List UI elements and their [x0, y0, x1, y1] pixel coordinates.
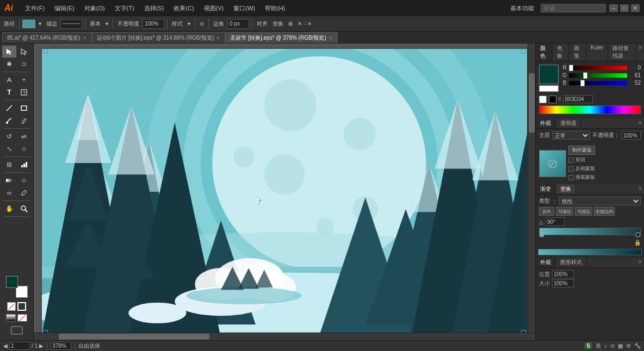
stroke-input[interactable]	[60, 19, 82, 29]
gradient-stop-left[interactable]	[540, 233, 544, 237]
rect-tool[interactable]	[17, 102, 31, 114]
canvas-area[interactable]	[34, 43, 535, 340]
clip-checkbox[interactable]	[568, 158, 574, 163]
type-tool[interactable]: T	[2, 86, 16, 98]
screen-mode-button[interactable]	[11, 326, 23, 336]
hand-tool[interactable]: ✋	[2, 203, 16, 215]
pen-tool[interactable]	[2, 74, 16, 86]
search-checkbox[interactable]	[568, 175, 574, 180]
color-spectrum-strip[interactable]	[539, 105, 641, 114]
tab-path[interactable]: 路径查找器	[608, 43, 636, 61]
invert-checkbox[interactable]	[568, 166, 574, 172]
tab-1-close[interactable]: ✕	[216, 35, 220, 41]
warp-tool[interactable]: ⊞	[2, 159, 16, 171]
magic-wand-tool[interactable]: ✱	[2, 58, 16, 70]
wrench-icon[interactable]: 🔧	[634, 343, 641, 349]
paintbrush-tool[interactable]	[2, 115, 16, 127]
settings-icon[interactable]: ⚙	[626, 343, 631, 349]
area-type-tool[interactable]: T	[17, 86, 31, 98]
artboard[interactable]	[42, 49, 527, 335]
tab-transparency[interactable]: 透明度	[556, 118, 581, 128]
b-slider-track[interactable]	[569, 81, 627, 85]
music-icon[interactable]: ♪	[604, 343, 607, 349]
r-slider-thumb[interactable]	[569, 65, 573, 71]
search-input[interactable]	[541, 4, 606, 12]
graph-tool[interactable]	[17, 159, 31, 171]
tab-swatches[interactable]: 色板	[553, 43, 569, 61]
menu-window[interactable]: 窗口(W)	[229, 3, 259, 14]
maximize-button[interactable]: □	[620, 4, 629, 12]
blend-tool[interactable]: ∞	[2, 187, 16, 199]
vertical-scrollbar[interactable]	[528, 43, 535, 340]
style-dropdown[interactable]: ▾	[186, 18, 192, 30]
stroke-color-swatch[interactable]	[22, 20, 35, 28]
close-button[interactable]: ✕	[631, 4, 640, 12]
zoom-input[interactable]	[51, 342, 71, 350]
rotate-tool[interactable]: ↺	[2, 130, 16, 142]
stroke-dropdown[interactable]: ▾	[37, 18, 43, 30]
tab-color[interactable]: 颜色	[536, 43, 553, 61]
menu-file[interactable]: 文件(F)	[21, 3, 49, 14]
tab-0[interactable]: 85.ai* @ 427.64% (RGB/预览) ✕	[2, 32, 92, 43]
menu-help[interactable]: 帮助(H)	[261, 3, 289, 14]
artboard-number[interactable]	[9, 342, 30, 350]
menu-select[interactable]: 选择(S)	[140, 3, 169, 14]
panel-menu-icon[interactable]: ≡	[636, 43, 644, 61]
make-mask-button[interactable]: 制作蒙版	[568, 146, 595, 155]
menu-object[interactable]: 对象(O)	[80, 3, 109, 14]
gradient-stop-right[interactable]	[636, 233, 640, 237]
next-artboard[interactable]: ▶	[39, 343, 44, 349]
gradient-tool[interactable]	[2, 174, 16, 186]
g-slider-thumb[interactable]	[583, 72, 587, 79]
selection-tool[interactable]	[2, 46, 16, 58]
black-swatch[interactable]	[549, 96, 556, 103]
horizontal-scroll-thumb[interactable]	[59, 334, 209, 340]
tab-2-close[interactable]: ✕	[329, 35, 333, 41]
tab-appearance[interactable]: 外观	[536, 118, 556, 128]
foreground-color-box[interactable]	[6, 276, 18, 288]
menu-view[interactable]: 视图(V)	[200, 3, 228, 14]
none-stroke-box[interactable]	[7, 302, 16, 311]
eyedropper-tool[interactable]	[17, 187, 31, 199]
tab-kuler[interactable]: Kuler	[586, 43, 608, 61]
tab-outer-appearance[interactable]: 外观	[536, 258, 556, 267]
gradient-swatch-tool[interactable]	[6, 314, 16, 322]
size-input[interactable]	[552, 279, 574, 287]
gradient-reverse-btn[interactable]: 反向	[539, 207, 554, 216]
extra-icons[interactable]: ✕ ∷ ≡	[296, 18, 313, 30]
gradient-stroke-btn3[interactable]: 在描边内	[594, 207, 615, 216]
color-swatch-main[interactable]	[539, 65, 559, 84]
position-input[interactable]	[552, 270, 574, 278]
b-slider-thumb[interactable]	[580, 80, 585, 86]
add-anchor-tool[interactable]: +	[17, 74, 31, 86]
circle-icon[interactable]: ⊙	[610, 343, 615, 349]
hex-input[interactable]	[563, 95, 593, 103]
gradient-stroke-btn1[interactable]: 与描边	[556, 207, 573, 216]
shear-tool[interactable]: ⊹	[17, 143, 31, 155]
r-slider-track[interactable]	[569, 66, 627, 70]
tab-transform[interactable]: 变换	[556, 184, 576, 194]
menu-edit[interactable]: 编辑(E)	[50, 3, 79, 14]
prev-artboard[interactable]: ◀	[3, 343, 8, 349]
stroke-box[interactable]	[17, 302, 26, 311]
gradient-color-strip[interactable]	[539, 228, 641, 235]
grid-icon[interactable]: ▦	[618, 343, 623, 349]
white-swatch[interactable]	[539, 96, 547, 103]
vertical-scroll-thumb[interactable]	[529, 73, 535, 133]
lasso-tool[interactable]: ⊃	[17, 58, 31, 70]
blend-mode-select[interactable]: 正常	[552, 131, 590, 140]
base-dropdown[interactable]: ▾	[104, 18, 110, 30]
scale-tool[interactable]: ⤡	[2, 143, 16, 155]
tab-2[interactable]: 圣诞节 [转换].eps* @ 378% (RGB/预览) ✕	[225, 32, 337, 43]
tab-graphic-styles[interactable]: 图形样式	[556, 258, 587, 267]
tab-brush[interactable]: 画笔	[569, 43, 586, 61]
recolor-icon[interactable]: ⊙	[198, 18, 206, 30]
horizontal-scrollbar[interactable]	[34, 333, 535, 340]
mesh-tool[interactable]: ⊹	[17, 174, 31, 186]
tab-0-close[interactable]: ✕	[83, 35, 87, 41]
menu-effect[interactable]: 效果(C)	[169, 3, 198, 14]
tab-1[interactable]: 运动6个图片 [转换].eps* @ 314.88% (RGB/预览) ✕	[92, 32, 226, 43]
gradient-angle-input[interactable]	[546, 217, 565, 226]
tab-gradient[interactable]: 渐变	[536, 184, 556, 194]
transparency-panel-menu[interactable]: ≡	[636, 118, 644, 128]
